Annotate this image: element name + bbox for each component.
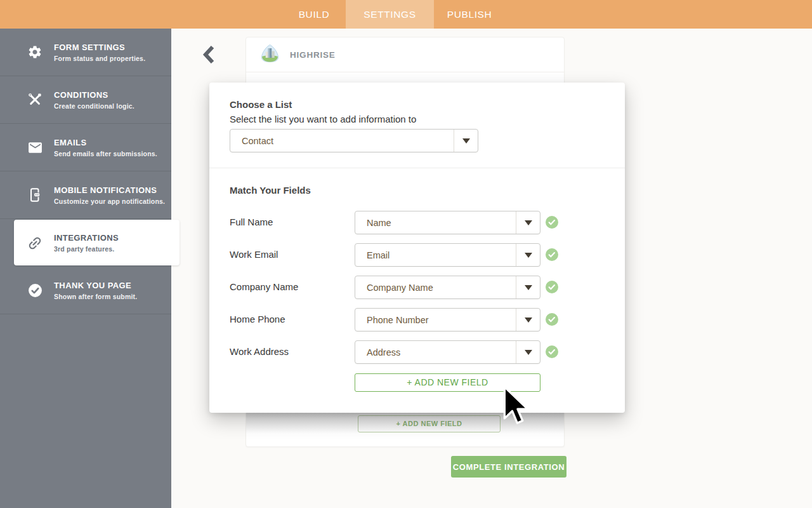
highrise-logo-icon [259,43,280,66]
matched-check-icon [546,216,558,229]
mobile-chat-icon [27,187,43,203]
field-select-full-name[interactable]: Name [355,211,540,234]
field-matching-dialog: Choose a List Select the list you want t… [209,83,625,413]
field-select-work-address[interactable]: Address [355,340,540,364]
sidebar-item-subtitle: Create conditional logic. [54,102,134,110]
field-label-home-phone: Home Phone [230,314,285,324]
settings-sidebar: FORM SETTINGS Form status and properties… [0,29,171,508]
main-content: HIGHRISE + ADD NEW FIELD COMPLETE INTEGR… [171,29,812,508]
field-select-value: Phone Number [355,315,516,325]
sidebar-item-mobile-notifications[interactable]: MOBILE NOTIFICATIONS Customize your app … [0,171,171,219]
sidebar-item-emails[interactable]: EMAILS Send emails after submissions. [0,124,171,171]
link-icon [27,235,43,251]
field-select-company-name[interactable]: Company Name [355,276,540,299]
sidebar-item-title: CONDITIONS [54,90,134,100]
integration-panel-header: HIGHRISE [246,37,564,72]
add-new-field-button-background[interactable]: + ADD NEW FIELD [358,415,501,432]
field-label-work-email: Work Email [230,249,278,260]
matched-check-icon [546,313,558,326]
complete-integration-button[interactable]: COMPLETE INTEGRATION [451,456,566,478]
chevron-down-icon[interactable] [516,341,540,363]
sidebar-item-subtitle: Form status and properties. [54,55,145,62]
matched-check-icon [546,345,558,358]
sidebar-item-subtitle: 3rd party features. [54,245,119,253]
sidebar-item-subtitle: Customize your app notifications. [54,197,165,205]
chevron-down-icon[interactable] [516,244,540,266]
matched-check-icon [546,248,558,261]
sidebar-item-title: FORM SETTINGS [54,43,145,52]
add-new-field-button[interactable]: + ADD NEW FIELD [355,373,540,392]
field-select-value: Email [355,250,516,260]
field-label-work-address: Work Address [230,346,289,357]
sidebar-item-conditions[interactable]: CONDITIONS Create conditional logic. [0,76,171,124]
field-select-value: Company Name [355,283,516,293]
chevron-down-icon[interactable] [454,130,478,152]
tools-icon [27,91,43,108]
sidebar-item-subtitle: Send emails after submissions. [54,150,157,157]
sidebar-item-integrations[interactable]: INTEGRATIONS 3rd party features. [0,219,171,267]
list-select-value: Contact [230,136,454,146]
envelope-icon [27,139,43,156]
sidebar-item-title: THANK YOU PAGE [54,281,137,290]
field-select-value: Name [355,218,516,228]
tab-publish[interactable]: PUBLISH [434,0,505,29]
sidebar-item-title: INTEGRATIONS [54,233,119,243]
sidebar-item-form-settings[interactable]: FORM SETTINGS Form status and properties… [0,29,171,76]
check-circle-icon [27,282,43,298]
top-navigation-bar: BUILD SETTINGS PUBLISH [0,0,812,29]
chevron-down-icon[interactable] [516,211,540,234]
integration-app-name: HIGHRISE [290,50,336,60]
sidebar-item-title: EMAILS [54,138,157,147]
match-fields-title: Match Your Fields [230,185,311,196]
gear-icon [27,44,43,60]
choose-list-subtitle: Select the list you want to add informat… [230,114,416,124]
matched-check-icon [546,281,558,293]
sidebar-item-title: MOBILE NOTIFICATIONS [54,185,165,195]
nav-tabs: BUILD SETTINGS PUBLISH [282,0,505,29]
back-button[interactable] [202,44,218,65]
field-label-full-name: Full Name [230,217,273,227]
field-select-home-phone[interactable]: Phone Number [355,308,540,331]
tab-settings[interactable]: SETTINGS [346,0,434,29]
tab-build[interactable]: BUILD [282,0,346,29]
field-select-work-email[interactable]: Email [355,243,540,267]
chevron-down-icon[interactable] [516,309,540,331]
section-divider [209,168,625,168]
list-select[interactable]: Contact [230,129,478,152]
field-select-value: Address [355,347,516,358]
sidebar-item-subtitle: Shown after form submit. [54,293,137,300]
field-label-company-name: Company Name [230,281,298,292]
choose-list-title: Choose a List [230,99,292,110]
sidebar-item-thank-you-page[interactable]: THANK YOU PAGE Shown after form submit. [0,267,171,314]
chevron-down-icon[interactable] [516,276,540,298]
